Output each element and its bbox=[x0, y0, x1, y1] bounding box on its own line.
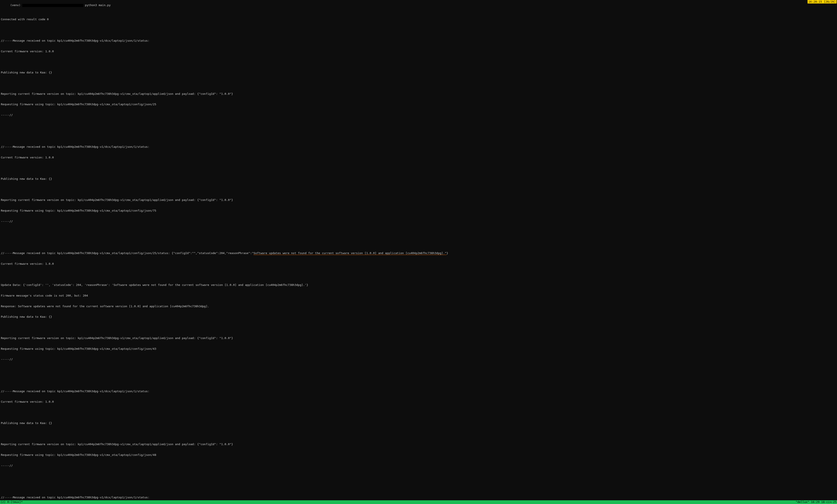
log-line: Response: Software updates were not foun… bbox=[1, 305, 836, 308]
command-text: python3 main.py bbox=[85, 3, 111, 7]
log-line bbox=[1, 241, 836, 244]
log-line bbox=[1, 485, 836, 488]
log-line: Reporting current firmware version on to… bbox=[1, 92, 836, 96]
log-line bbox=[1, 326, 836, 329]
tmux-session-info[interactable]: [2] 0:[tmux]* bbox=[0, 500, 23, 504]
log-line: Reporting current firmware version on to… bbox=[1, 443, 836, 446]
log-line: Connected with result code 0 bbox=[1, 18, 836, 21]
log-text: } bbox=[447, 251, 448, 255]
terminal-output[interactable]: Connected with result code 0 //-----Mess… bbox=[0, 11, 837, 504]
log-line: Reporting current firmware version on to… bbox=[1, 336, 836, 340]
log-line: Requesting firmware using topic: kp1/cu4… bbox=[1, 102, 836, 106]
log-line: Current firmware version: 1.0.0 bbox=[1, 400, 836, 404]
log-line: Publishing new data to Kaa: {} bbox=[1, 177, 836, 181]
log-line: //-----Message received on topic kp1/cu4… bbox=[1, 251, 836, 255]
log-line: Requesting firmware using topic: kp1/cu4… bbox=[1, 453, 836, 457]
log-text: //-----Message received on topic kp1/cu4… bbox=[1, 251, 253, 255]
log-line: Current firmware version: 1.0.0 bbox=[1, 50, 836, 53]
log-line bbox=[1, 432, 836, 435]
log-line: Publishing new data to Kaa: {} bbox=[1, 315, 836, 319]
log-line: -----// bbox=[1, 358, 836, 361]
log-line bbox=[1, 411, 836, 414]
log-line: //-----Message received on topic kp1/cu4… bbox=[1, 145, 836, 149]
log-line bbox=[1, 273, 836, 276]
terminal-window[interactable]: (venv) python3 main.py 16:28:15 [28/28] … bbox=[0, 0, 837, 504]
log-line: -----// bbox=[1, 464, 836, 467]
log-line: Current firmware version: 1.0.0 bbox=[1, 156, 836, 159]
time-badge: 16:28:15 [28/28] bbox=[807, 0, 837, 3]
log-line: //-----Message received on topic kp1/cu4… bbox=[1, 496, 836, 499]
tmux-status-bar[interactable]: [2] 0:[tmux]* "dellux" 16:29 18-січ-25 bbox=[0, 500, 837, 504]
tmux-host-time: "dellux" 16:29 18-січ-25 bbox=[796, 500, 837, 504]
log-line bbox=[1, 474, 836, 478]
terminal-top-line: (venv) python3 main.py 16:28:15 [28/28] bbox=[0, 0, 837, 11]
log-line: Requesting firmware using topic: kp1/cu4… bbox=[1, 209, 836, 212]
shell-prompt: (venv) python3 main.py bbox=[0, 0, 111, 11]
log-line bbox=[1, 188, 836, 191]
redacted-path bbox=[22, 4, 83, 7]
log-line bbox=[1, 28, 836, 32]
log-line: Publishing new data to Kaa: {} bbox=[1, 422, 836, 425]
log-line bbox=[1, 81, 836, 85]
log-line: Reporting current firmware version on to… bbox=[1, 198, 836, 202]
log-line: Current firmware version: 1.0.0 bbox=[1, 262, 836, 266]
log-line: Firmware message's status code is not 20… bbox=[1, 294, 836, 297]
log-line: -----// bbox=[1, 113, 836, 117]
venv-label: (venv) bbox=[10, 3, 20, 7]
log-line: //-----Message received on topic kp1/cu4… bbox=[1, 390, 836, 393]
log-line: //-----Message received on topic kp1/cu4… bbox=[1, 39, 836, 42]
log-line bbox=[1, 379, 836, 382]
log-line: Update Data: {'configId': '', 'statusCod… bbox=[1, 283, 836, 287]
log-line bbox=[1, 124, 836, 128]
log-line bbox=[1, 60, 836, 63]
log-line: Requesting firmware using topic: kp1/cu4… bbox=[1, 347, 836, 351]
log-line bbox=[1, 368, 836, 372]
log-line: -----// bbox=[1, 220, 836, 223]
highlighted-reason-phrase: Software updates were not found for the … bbox=[253, 251, 446, 255]
log-line bbox=[1, 167, 836, 170]
log-line bbox=[1, 230, 836, 234]
log-line: Publishing new data to Kaa: {} bbox=[1, 71, 836, 74]
log-line bbox=[1, 135, 836, 138]
